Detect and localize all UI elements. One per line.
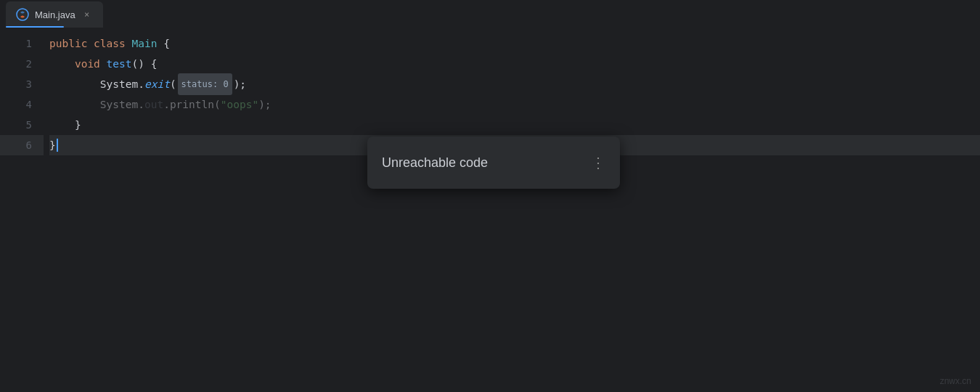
method-exit: exit <box>144 74 170 94</box>
indent-2 <box>49 54 75 74</box>
java-file-icon <box>16 8 29 21</box>
parameter-hint-status: status: 0 <box>178 73 232 95</box>
keyword-class: class <box>94 33 131 54</box>
paren-exit-open: ( <box>170 74 176 94</box>
line-num-4: 4 <box>0 94 44 115</box>
code-line-4: System.out.println("oops"); <box>49 94 980 115</box>
line-num-3: 3 <box>0 74 44 94</box>
indent-5 <box>49 115 75 135</box>
tab-close-button[interactable]: × <box>81 9 93 20</box>
method-test: test <box>107 54 132 74</box>
keyword-void: void <box>75 54 107 74</box>
brace-open-1: { <box>163 33 170 54</box>
line-num-6: 6 <box>0 135 44 155</box>
system-out: System. <box>100 94 144 115</box>
inspection-popup[interactable]: Unreachable code ⋮ <box>367 136 620 189</box>
indent-4 <box>49 94 100 115</box>
string-oops: "oops" <box>221 94 258 115</box>
editor-area: 1 2 3 4 5 6 public class Main { void tes… <box>0 29 980 392</box>
paren-test: () { <box>132 54 158 74</box>
tab-title: Main.java <box>35 9 75 20</box>
code-line-5: } <box>49 115 980 135</box>
inspection-message: Unreachable code <box>382 155 488 171</box>
class-name-main: Main <box>132 33 164 54</box>
tab-progress-indicator <box>6 26 64 28</box>
paren-exit-close: ); <box>234 74 246 94</box>
watermark: znwx.cn <box>940 376 971 386</box>
tab-bar: Main.java × <box>0 0 980 29</box>
method-println: println( <box>170 94 221 115</box>
brace-close-class: } <box>49 135 56 155</box>
out-keyword: out <box>144 94 163 115</box>
dot-4: . <box>163 94 170 115</box>
code-line-1: public class Main { <box>49 33 980 54</box>
code-editor[interactable]: public class Main { void test() { System… <box>44 29 980 392</box>
keyword-public: public <box>49 33 94 54</box>
line-num-2: 2 <box>0 54 44 74</box>
code-line-3: System.exit(status: 0); <box>49 74 980 94</box>
code-line-2: void test() { <box>49 54 980 74</box>
indent-3 <box>49 74 100 94</box>
paren-println-close: ); <box>258 94 271 115</box>
cursor-caret <box>57 139 58 152</box>
line-number-gutter: 1 2 3 4 5 6 <box>0 29 44 392</box>
svg-point-0 <box>17 9 28 20</box>
inspection-more-icon[interactable]: ⋮ <box>591 155 605 170</box>
system-exit: System. <box>100 74 144 94</box>
line-num-5: 5 <box>0 115 44 135</box>
tab-main-java[interactable]: Main.java × <box>6 1 103 28</box>
brace-close-method: } <box>75 115 81 135</box>
line-num-1: 1 <box>0 33 44 54</box>
